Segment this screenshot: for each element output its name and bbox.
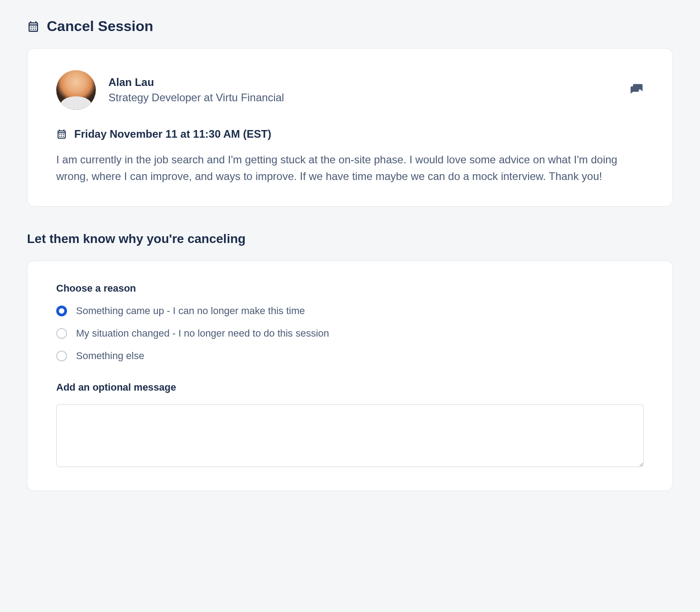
reason-option-came-up[interactable]: Something came up - I can no longer make… <box>56 305 644 317</box>
user-name: Alan Lau <box>108 76 284 89</box>
radio-indicator <box>56 351 67 361</box>
avatar <box>56 70 96 110</box>
radio-label: My situation changed - I no longer need … <box>76 328 329 339</box>
session-time: Friday November 11 at 11:30 AM (EST) <box>74 128 271 140</box>
session-user: Alan Lau Strategy Developer at Virtu Fin… <box>56 70 284 110</box>
user-info: Alan Lau Strategy Developer at Virtu Fin… <box>108 76 284 104</box>
message-label: Add an optional message <box>56 382 644 393</box>
reason-option-situation-changed[interactable]: My situation changed - I no longer need … <box>56 328 644 339</box>
cancel-form-card: Choose a reason Something came up - I ca… <box>27 261 673 491</box>
message-textarea[interactable] <box>56 404 644 467</box>
cancel-reason-heading: Let them know why you're canceling <box>27 232 673 246</box>
chat-icon[interactable] <box>629 83 644 97</box>
page-title: Cancel Session <box>47 18 153 35</box>
radio-indicator <box>56 306 67 316</box>
session-description: I am currently in the job search and I'm… <box>56 151 644 184</box>
user-title: Strategy Developer at Virtu Financial <box>108 91 284 104</box>
radio-label: Something came up - I can no longer make… <box>76 305 305 317</box>
reason-label: Choose a reason <box>56 283 644 294</box>
reason-radio-group: Something came up - I can no longer make… <box>56 305 644 362</box>
calendar-icon <box>27 20 40 33</box>
session-time-row: Friday November 11 at 11:30 AM (EST) <box>56 128 644 140</box>
page-header: Cancel Session <box>27 18 673 35</box>
reason-option-something-else[interactable]: Something else <box>56 350 644 362</box>
message-wrapper <box>56 404 644 469</box>
session-card: Alan Lau Strategy Developer at Virtu Fin… <box>27 48 673 207</box>
session-header: Alan Lau Strategy Developer at Virtu Fin… <box>56 70 644 110</box>
calendar-icon <box>56 129 67 140</box>
radio-indicator <box>56 328 67 339</box>
radio-label: Something else <box>76 350 144 362</box>
